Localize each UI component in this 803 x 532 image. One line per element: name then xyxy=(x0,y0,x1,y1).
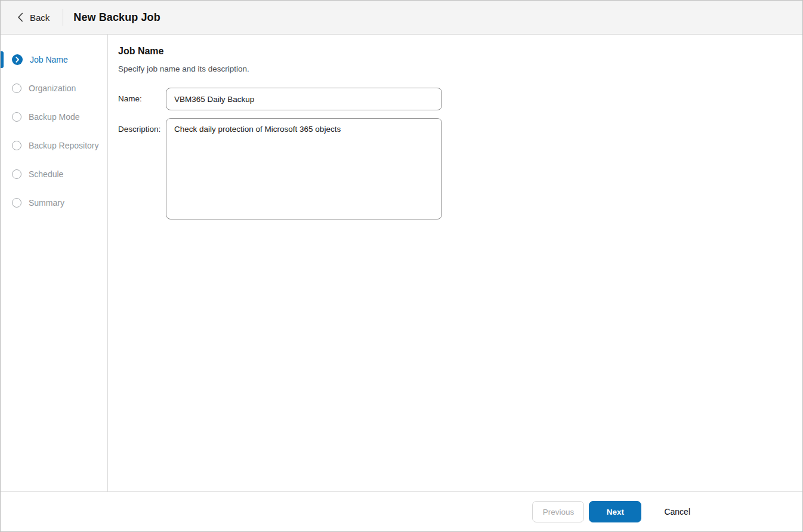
back-button-label: Back xyxy=(30,13,50,23)
chevron-left-icon xyxy=(17,13,23,22)
wizard-header: Back New Backup Job xyxy=(1,1,802,35)
next-button[interactable]: Next xyxy=(589,501,641,522)
header-divider xyxy=(63,9,63,26)
wizard-footer: Previous Next Cancel xyxy=(1,491,802,531)
sidebar-step-organization[interactable]: Organization xyxy=(1,74,107,103)
sidebar-step-job-name[interactable]: Job Name xyxy=(1,45,107,74)
pending-step-circle-icon xyxy=(12,198,21,208)
sidebar-step-label: Job Name xyxy=(30,55,68,64)
step-heading: Job Name xyxy=(118,46,788,57)
step-content: Job Name Specify job name and its descri… xyxy=(108,35,802,491)
sidebar-step-backup-mode[interactable]: Backup Mode xyxy=(1,103,107,131)
back-button[interactable]: Back xyxy=(1,13,50,23)
description-field-row: Description: Check daily protection of M… xyxy=(118,118,788,219)
sidebar-step-summary[interactable]: Summary xyxy=(1,188,107,217)
pending-step-circle-icon xyxy=(12,141,21,150)
pending-step-circle-icon xyxy=(12,83,21,93)
wizard-body: Job Name Organization Backup Mode Backup… xyxy=(1,35,802,491)
pending-step-circle-icon xyxy=(12,112,21,122)
sidebar-step-label: Summary xyxy=(29,198,64,208)
active-step-icon xyxy=(12,54,23,65)
page-title: New Backup Job xyxy=(73,11,160,24)
sidebar-step-backup-repository[interactable]: Backup Repository xyxy=(1,131,107,160)
cancel-button[interactable]: Cancel xyxy=(659,501,695,522)
job-name-input[interactable] xyxy=(166,88,442,110)
step-subtitle: Specify job name and its description. xyxy=(118,64,788,73)
job-description-textarea[interactable]: Check daily protection of Microsoft 365 … xyxy=(166,118,442,219)
sidebar-step-schedule[interactable]: Schedule xyxy=(1,160,107,188)
pending-step-circle-icon xyxy=(12,169,21,179)
name-field-label: Name: xyxy=(118,88,166,103)
sidebar-step-label: Organization xyxy=(29,83,76,93)
sidebar-step-label: Backup Repository xyxy=(29,141,99,150)
wizard-steps-sidebar: Job Name Organization Backup Mode Backup… xyxy=(1,35,108,491)
name-field-row: Name: xyxy=(118,88,788,110)
previous-button[interactable]: Previous xyxy=(532,501,584,522)
sidebar-step-label: Backup Mode xyxy=(29,112,80,122)
sidebar-step-label: Schedule xyxy=(29,169,63,179)
description-field-label: Description: xyxy=(118,118,166,134)
